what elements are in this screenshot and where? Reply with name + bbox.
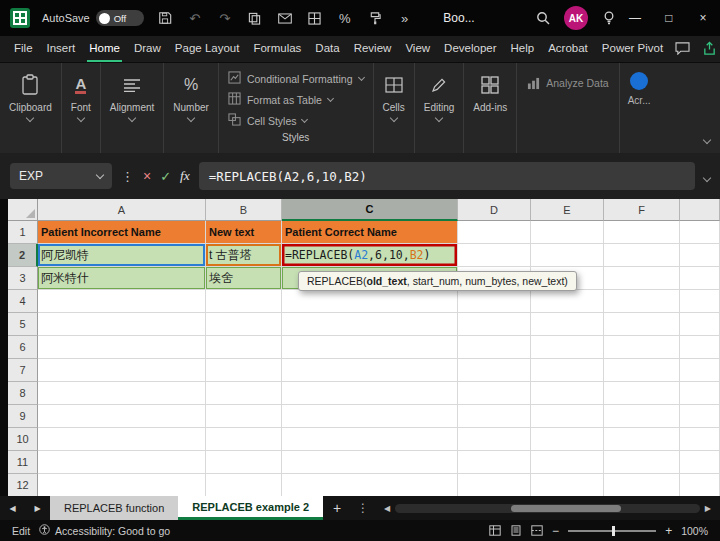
empty-cell[interactable]	[604, 428, 680, 451]
accessibility-status[interactable]: Accessibility: Good to go	[39, 524, 170, 537]
group-clipboard[interactable]: Clipboard	[0, 63, 62, 153]
row-header-11[interactable]: 11	[8, 451, 38, 474]
format-as-table-button[interactable]: Format as Table	[228, 89, 364, 110]
page-layout-view-icon[interactable]	[510, 525, 522, 536]
empty-cell[interactable]	[38, 451, 206, 474]
copy-icon[interactable]	[246, 9, 264, 27]
col-header-e[interactable]: E	[531, 199, 604, 221]
group-number[interactable]: % Number	[164, 63, 219, 153]
conditional-formatting-button[interactable]: Conditional Formatting	[228, 68, 364, 89]
empty-cell[interactable]	[206, 405, 282, 428]
empty-cell[interactable]	[206, 474, 282, 496]
comments-icon[interactable]	[675, 42, 690, 57]
empty-cell[interactable]	[458, 336, 531, 359]
cell-f1[interactable]	[604, 221, 680, 244]
row-header-10[interactable]: 10	[8, 428, 38, 451]
empty-cell[interactable]	[458, 428, 531, 451]
group-editing[interactable]: Editing	[415, 63, 465, 153]
analyze-data-button[interactable]: Analyze Data	[517, 63, 619, 153]
maximize-button[interactable]: □	[652, 0, 686, 36]
cell-c2-formula[interactable]: =REPLACEB(A2,6,10,B2)	[282, 244, 458, 267]
empty-cell[interactable]	[38, 474, 206, 496]
empty-cell[interactable]	[458, 290, 531, 313]
empty-cell[interactable]	[604, 451, 680, 474]
cell-f2[interactable]	[604, 244, 680, 267]
col-header-c[interactable]: C	[282, 199, 458, 221]
mail-icon[interactable]	[276, 9, 294, 27]
empty-cell[interactable]	[531, 336, 604, 359]
scroll-left-icon[interactable]: ◀	[384, 504, 390, 513]
format-painter-icon[interactable]	[366, 9, 384, 27]
cell-styles-button[interactable]: Cell Styles	[228, 110, 364, 131]
cell-b3[interactable]: 埃舍	[206, 267, 282, 290]
normal-view-icon[interactable]	[489, 525, 501, 536]
empty-cell[interactable]	[531, 428, 604, 451]
empty-cell[interactable]	[531, 405, 604, 428]
sheet-tab-replaceb-example-2[interactable]: REPLACEB example 2	[178, 496, 323, 520]
lightbulb-icon[interactable]	[600, 9, 618, 27]
insert-function-icon[interactable]: fx	[180, 168, 190, 184]
undo-icon[interactable]: ↶	[186, 9, 204, 27]
empty-cell[interactable]	[458, 405, 531, 428]
menu-file[interactable]: File	[12, 36, 35, 62]
empty-cell[interactable]	[604, 313, 680, 336]
empty-cell[interactable]	[531, 313, 604, 336]
empty-cell[interactable]	[531, 359, 604, 382]
menu-data[interactable]: Data	[313, 36, 341, 62]
empty-cell[interactable]	[206, 451, 282, 474]
horizontal-scrollbar[interactable]: ◀ ▶	[375, 496, 720, 520]
cancel-entry-icon[interactable]: ×	[143, 168, 151, 184]
empty-cell[interactable]	[206, 428, 282, 451]
cell-b2[interactable]: t 古普塔	[206, 244, 282, 267]
empty-cell[interactable]	[38, 428, 206, 451]
col-header-d[interactable]: D	[458, 199, 531, 221]
empty-cell[interactable]	[531, 451, 604, 474]
empty-cell[interactable]	[206, 290, 282, 313]
quick-access-overflow-icon[interactable]: »	[396, 9, 414, 27]
cell-d2[interactable]	[458, 244, 531, 267]
empty-cell[interactable]	[604, 405, 680, 428]
name-box[interactable]: EXP	[10, 163, 112, 189]
zoom-level[interactable]: 100%	[681, 525, 708, 537]
empty-cell[interactable]	[458, 474, 531, 496]
menu-developer[interactable]: Developer	[442, 36, 498, 62]
empty-cell[interactable]	[531, 474, 604, 496]
percent-style-icon[interactable]: %	[336, 9, 354, 27]
menu-page-layout[interactable]: Page Layout	[173, 36, 242, 62]
empty-cell[interactable]	[282, 382, 458, 405]
empty-cell[interactable]	[206, 359, 282, 382]
zoom-slider[interactable]	[568, 530, 656, 532]
row-header-4[interactable]: 4	[8, 290, 38, 313]
empty-cell[interactable]	[38, 313, 206, 336]
row-header-3[interactable]: 3	[8, 267, 38, 290]
page-break-view-icon[interactable]	[531, 525, 543, 536]
zoom-slider-thumb[interactable]	[612, 526, 615, 536]
new-sheet-button[interactable]: +	[323, 496, 351, 520]
menu-home[interactable]: Home	[87, 36, 122, 62]
select-all-corner[interactable]	[8, 199, 38, 221]
col-header-f[interactable]: F	[604, 199, 680, 221]
group-acrobat[interactable]: Acr...	[620, 63, 659, 153]
cell-a2[interactable]: 阿尼凯特	[38, 244, 206, 267]
menu-help[interactable]: Help	[509, 36, 537, 62]
empty-cell[interactable]	[38, 405, 206, 428]
row-header-12[interactable]: 12	[8, 474, 38, 496]
menu-acrobat[interactable]: Acrobat	[546, 36, 590, 62]
group-alignment[interactable]: Alignment	[101, 63, 164, 153]
sheet-options-dots-icon[interactable]: ⋮	[351, 496, 375, 520]
empty-cell[interactable]	[531, 290, 604, 313]
cell-b1[interactable]: New text	[206, 221, 282, 244]
empty-cell[interactable]	[206, 382, 282, 405]
menu-formulas[interactable]: Formulas	[251, 36, 303, 62]
redo-icon[interactable]: ↷	[216, 9, 234, 27]
sheet-tab-replaceb-function[interactable]: REPLACEB function	[50, 496, 178, 520]
empty-cell[interactable]	[604, 474, 680, 496]
row-header-7[interactable]: 7	[8, 359, 38, 382]
empty-cell[interactable]	[38, 336, 206, 359]
menu-insert[interactable]: Insert	[45, 36, 78, 62]
empty-cell[interactable]	[458, 382, 531, 405]
empty-cell[interactable]	[604, 382, 680, 405]
borders-icon[interactable]	[306, 9, 324, 27]
empty-cell[interactable]	[38, 359, 206, 382]
formula-input[interactable]: =REPLACEB(A2,6,10,B2)	[199, 162, 695, 190]
